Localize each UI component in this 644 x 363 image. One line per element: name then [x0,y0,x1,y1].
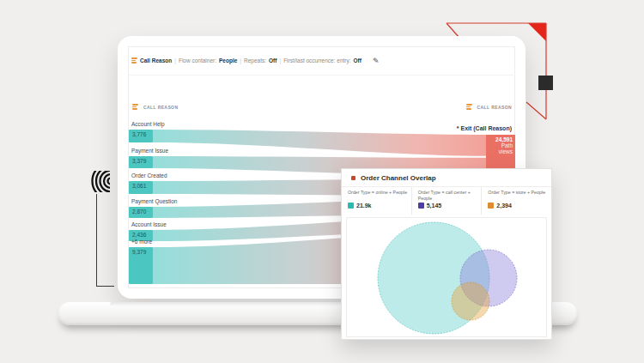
column-header-label: CALL REASON [477,105,512,110]
venn-chart-area [346,217,547,337]
legend-item-value: 21.9k [356,203,372,209]
legend-item-label: Order Type = online + People [348,190,408,201]
toolbar-segment: Off [269,57,276,64]
legend-swatch [418,203,424,209]
legend-item[interactable]: Order Type = call center + People5,145 [411,187,482,215]
sankey-node-label: Payment Question [131,198,177,204]
venn-circle-store[interactable] [452,282,489,320]
venn-diagram [347,218,548,335]
legend-item[interactable]: Order Type = store + People2,394 [481,187,551,215]
exit-node-label: * Exit (Call Reason) [383,125,512,131]
legend-item-label: Order Type = call center + People [418,190,478,201]
coil-icon [86,171,110,192]
legend-item-label: Order Type = store + People [488,190,548,201]
sankey-node-value: 9,379 [132,249,146,255]
toolbar-segment: Off [354,57,361,64]
sankey-node-value: 2,436 [132,232,146,238]
dimension-icon [131,57,137,64]
sankey-node-value: 3,379 [132,158,146,164]
toolbar-segment: | [240,57,241,64]
dimension-icon [466,104,472,110]
exit-node-caption: Path views [489,142,513,154]
toolbar-segment: Call Reason [140,57,172,64]
red-triangle [528,23,546,41]
sankey-node-label: Account Issue [131,221,167,227]
flow-column-header-right: CALL REASON [429,104,512,110]
venn-legend: Order Type = online + People21.9kOrder T… [342,187,551,215]
venn-chart-icon [351,176,355,180]
order-channel-overlap-card: Order Channel Overlap Order Type = onlin… [341,168,552,340]
toolbar-segment: | [174,57,176,64]
legend-swatch [348,203,354,209]
legend-item[interactable]: Order Type = online + People21.9k [342,187,411,215]
sankey-flow-band[interactable] [153,130,486,156]
flow-column-header-left: CALL REASON [132,104,178,110]
dimension-icon [132,104,138,110]
connector-line-horizontal [96,286,114,287]
sankey-node-label: Account Help [131,121,165,127]
exit-node-value: 24,591 [489,136,513,142]
sankey-node-label: Order Created [131,172,167,178]
sankey-node-label: +6 more [131,239,152,245]
card-header: Order Channel Overlap [342,169,551,187]
sankey-node-label: Payment Issue [131,148,168,154]
flow-settings-toolbar: Call Reason|Flow container:People|Repeat… [128,46,515,76]
toolbar-segment: First/last occurrence: entry: [283,57,350,64]
hero-composition: Call Reason|Flow container:People|Repeat… [0,0,644,363]
black-square-decoration [538,76,553,90]
column-header-label: CALL REASON [143,105,178,110]
card-title: Order Channel Overlap [361,174,436,182]
toolbar-segment: Flow container: [179,57,216,64]
legend-item-value: 2,394 [496,203,512,209]
toolbar-segment: | [279,57,281,64]
sankey-node-value: 3,776 [132,131,146,137]
legend-swatch [488,203,494,209]
sankey-node-value: 2,870 [132,209,146,215]
sankey-node-value: 3,061 [132,183,146,189]
toolbar-segment: Repeats: [244,57,266,64]
legend-item-value: 5,145 [427,203,442,209]
toolbar-text: Call Reason|Flow container:People|Repeat… [140,57,364,64]
edit-pencil-icon[interactable]: ✎ [373,57,380,65]
connector-line-vertical [96,194,97,286]
toolbar-segment: People [219,57,237,64]
